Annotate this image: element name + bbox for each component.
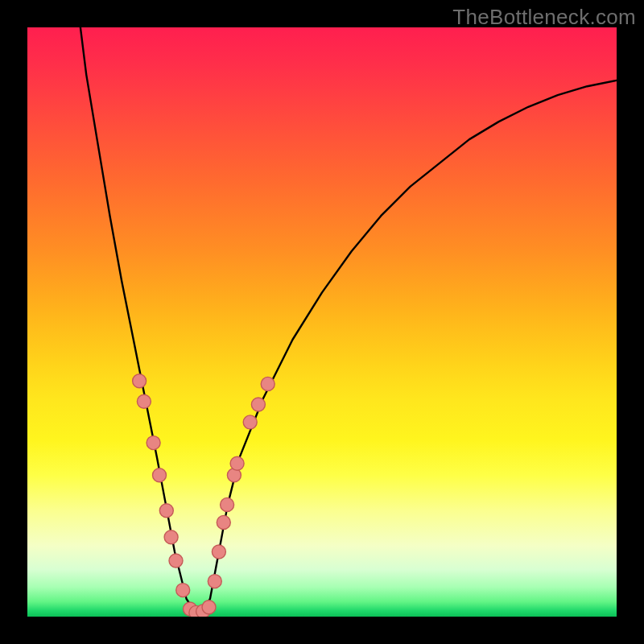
- marker-right-low-2: [212, 545, 225, 559]
- bottleneck-curve: [80, 27, 617, 617]
- chart-svg: [27, 27, 617, 617]
- chart-frame: TheBottleneck.com: [0, 0, 644, 644]
- marker-right-upper-1: [243, 415, 257, 429]
- marker-right-upper-2: [251, 398, 265, 411]
- marker-left-upper-2: [137, 394, 151, 408]
- marker-left-low-4: [176, 584, 190, 597]
- marker-right-mid-2: [230, 456, 244, 470]
- marker-left-mid-1: [147, 436, 160, 450]
- marker-left-upper-1: [133, 374, 147, 388]
- marker-layer: [133, 374, 275, 617]
- marker-left-low-1: [159, 504, 173, 518]
- watermark-text: TheBottleneck.com: [452, 5, 636, 30]
- marker-right-low-3: [217, 515, 230, 529]
- marker-left-low-2: [164, 530, 178, 544]
- marker-left-mid-2: [153, 469, 167, 482]
- marker-right-low-4: [221, 497, 234, 511]
- marker-right-upper-3: [261, 377, 275, 390]
- marker-left-low-3: [169, 554, 183, 568]
- marker-right-low-1: [208, 575, 221, 588]
- marker-bottom-4: [202, 601, 216, 614]
- plot-area: [27, 27, 617, 617]
